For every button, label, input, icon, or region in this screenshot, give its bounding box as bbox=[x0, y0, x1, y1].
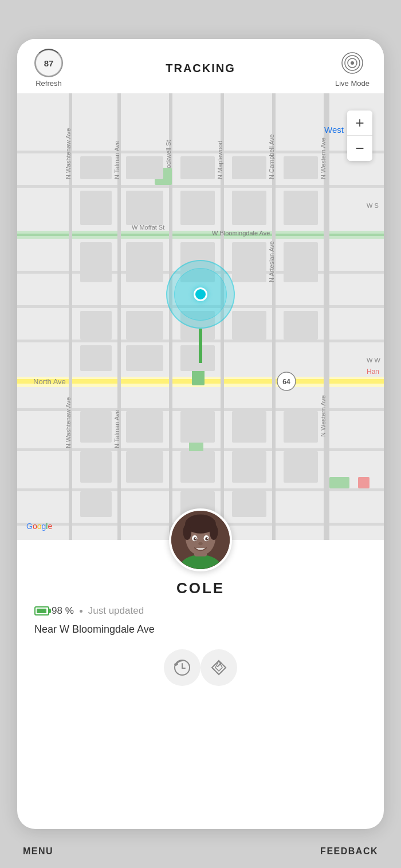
svg-text:N Washtenaw Ave: N Washtenaw Ave bbox=[65, 128, 72, 179]
zoom-controls: + − bbox=[347, 111, 372, 161]
svg-point-90 bbox=[210, 524, 218, 540]
svg-text:64: 64 bbox=[282, 378, 290, 386]
battery-percentage: 98 % bbox=[52, 605, 74, 617]
svg-rect-62 bbox=[180, 156, 215, 179]
svg-rect-63 bbox=[180, 191, 215, 225]
app-card: 87 Refresh TRACKING Live Mode bbox=[17, 39, 384, 829]
refresh-label: Refresh bbox=[36, 79, 62, 88]
svg-point-96 bbox=[207, 538, 208, 539]
svg-text:N Maplewood: N Maplewood bbox=[217, 141, 223, 179]
location-text: Near W Bloomingdale Ave bbox=[34, 624, 367, 636]
svg-point-95 bbox=[195, 538, 196, 539]
svg-text:N Artesian Ave: N Artesian Ave bbox=[268, 241, 275, 282]
svg-text:N Western Ave: N Western Ave bbox=[320, 395, 327, 437]
svg-rect-70 bbox=[232, 156, 266, 179]
svg-point-93 bbox=[194, 537, 197, 540]
pulse-ring bbox=[166, 260, 235, 329]
battery-visual bbox=[34, 606, 49, 616]
avatar-image bbox=[171, 511, 230, 569]
svg-rect-52 bbox=[80, 411, 112, 443]
svg-text:N Western Ave: N Western Ave bbox=[320, 137, 327, 179]
svg-rect-61 bbox=[126, 451, 163, 483]
refresh-button[interactable]: 87 Refresh bbox=[29, 49, 69, 88]
phone-container: 87 Refresh TRACKING Live Mode bbox=[0, 0, 401, 868]
zoom-out-button[interactable]: − bbox=[347, 136, 372, 161]
svg-text:W W: W W bbox=[367, 357, 380, 364]
svg-text:Han: Han bbox=[367, 368, 379, 376]
location-pin-stem bbox=[199, 329, 202, 363]
svg-rect-53 bbox=[80, 451, 112, 483]
avatar bbox=[169, 508, 232, 571]
menu-button[interactable]: MENU bbox=[23, 846, 53, 857]
svg-rect-68 bbox=[180, 451, 215, 483]
refresh-circle: 87 bbox=[35, 49, 62, 77]
navigate-button[interactable] bbox=[200, 649, 237, 686]
location-dot bbox=[194, 287, 207, 301]
info-panel: COLE 98 % Just updated Near W Bloomingda… bbox=[17, 540, 384, 709]
svg-rect-57 bbox=[126, 242, 163, 282]
svg-rect-72 bbox=[232, 242, 266, 282]
zoom-in-button[interactable]: + bbox=[347, 111, 372, 136]
just-updated-label: Just updated bbox=[88, 605, 144, 617]
svg-rect-80 bbox=[284, 311, 318, 340]
battery-icon: 98 % bbox=[34, 605, 74, 617]
svg-rect-79 bbox=[284, 242, 318, 282]
map-background: N Washtenaw Ave N Talman Ave N Rockwell … bbox=[17, 93, 384, 540]
svg-rect-75 bbox=[232, 451, 266, 483]
svg-rect-56 bbox=[126, 191, 163, 225]
svg-rect-55 bbox=[126, 156, 163, 179]
status-row: 98 % Just updated bbox=[34, 605, 367, 617]
google-logo: Google bbox=[26, 522, 52, 531]
svg-rect-60 bbox=[126, 411, 163, 443]
svg-point-3 bbox=[351, 61, 354, 65]
svg-rect-44 bbox=[329, 477, 349, 488]
svg-text:North Ave: North Ave bbox=[33, 377, 66, 386]
svg-rect-82 bbox=[284, 451, 318, 483]
header: 87 Refresh TRACKING Live Mode bbox=[17, 39, 384, 93]
person-name: COLE bbox=[176, 579, 225, 597]
page-title: TRACKING bbox=[69, 62, 332, 75]
svg-rect-73 bbox=[232, 311, 266, 340]
footer: MENU FEEDBACK bbox=[0, 846, 401, 857]
history-button[interactable] bbox=[164, 649, 200, 686]
svg-point-94 bbox=[205, 537, 209, 540]
svg-rect-74 bbox=[232, 411, 266, 443]
map-label-west: West bbox=[324, 125, 344, 135]
svg-rect-48 bbox=[80, 191, 112, 225]
svg-rect-81 bbox=[284, 411, 318, 443]
location-marker bbox=[166, 260, 235, 363]
battery-fill bbox=[37, 609, 46, 613]
history-icon bbox=[173, 658, 191, 677]
svg-rect-59 bbox=[126, 345, 163, 371]
svg-rect-76 bbox=[232, 491, 266, 517]
svg-rect-67 bbox=[180, 411, 215, 443]
dot-separator bbox=[80, 610, 82, 613]
svg-text:N Washtenaw Ave: N Washtenaw Ave bbox=[65, 397, 72, 448]
svg-text:W S: W S bbox=[367, 202, 379, 209]
svg-rect-51 bbox=[80, 345, 112, 371]
svg-rect-58 bbox=[126, 311, 163, 340]
svg-rect-77 bbox=[284, 156, 318, 179]
map-area: N Washtenaw Ave N Talman Ave N Rockwell … bbox=[17, 93, 384, 540]
svg-rect-47 bbox=[80, 156, 112, 179]
live-mode-label: Live Mode bbox=[335, 79, 369, 88]
svg-rect-45 bbox=[358, 477, 369, 488]
svg-rect-49 bbox=[80, 242, 112, 282]
svg-rect-50 bbox=[80, 311, 112, 340]
svg-text:N Campbell Ave: N Campbell Ave bbox=[268, 134, 275, 179]
svg-rect-78 bbox=[284, 191, 318, 225]
svg-point-97 bbox=[198, 542, 202, 546]
svg-rect-71 bbox=[232, 191, 266, 225]
svg-text:W Bloomingdale Ave: W Bloomingdale Ave bbox=[212, 230, 270, 236]
svg-text:N Talman Ave: N Talman Ave bbox=[113, 410, 120, 448]
live-mode-icon bbox=[339, 49, 366, 77]
svg-rect-54 bbox=[80, 491, 112, 517]
refresh-number: 87 bbox=[44, 58, 54, 68]
navigate-icon bbox=[210, 658, 228, 677]
feedback-button[interactable]: FEEDBACK bbox=[320, 846, 378, 857]
bottom-actions bbox=[135, 636, 266, 697]
svg-point-89 bbox=[183, 524, 191, 540]
svg-text:N Talman Ave: N Talman Ave bbox=[113, 141, 120, 179]
live-mode-button[interactable]: Live Mode bbox=[332, 49, 372, 88]
